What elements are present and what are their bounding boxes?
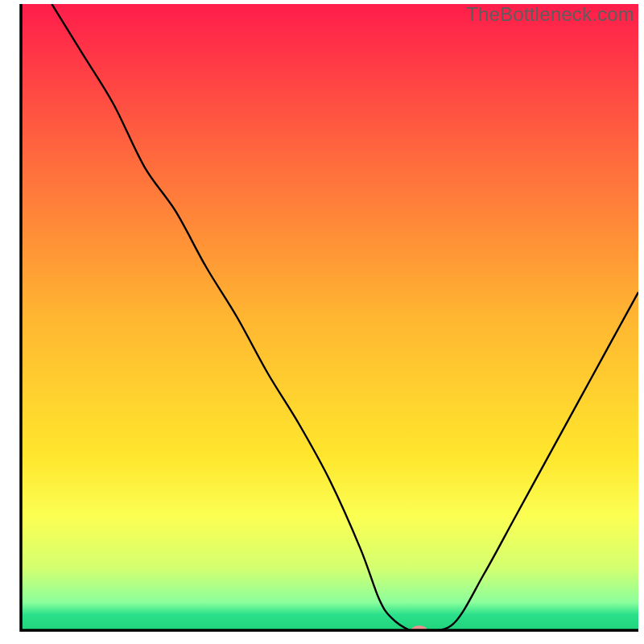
chart-container: TheBottleneck.com xyxy=(0,0,644,644)
watermark-text: TheBottleneck.com xyxy=(466,3,634,26)
bottleneck-chart xyxy=(0,0,644,644)
gradient-background xyxy=(21,4,638,630)
